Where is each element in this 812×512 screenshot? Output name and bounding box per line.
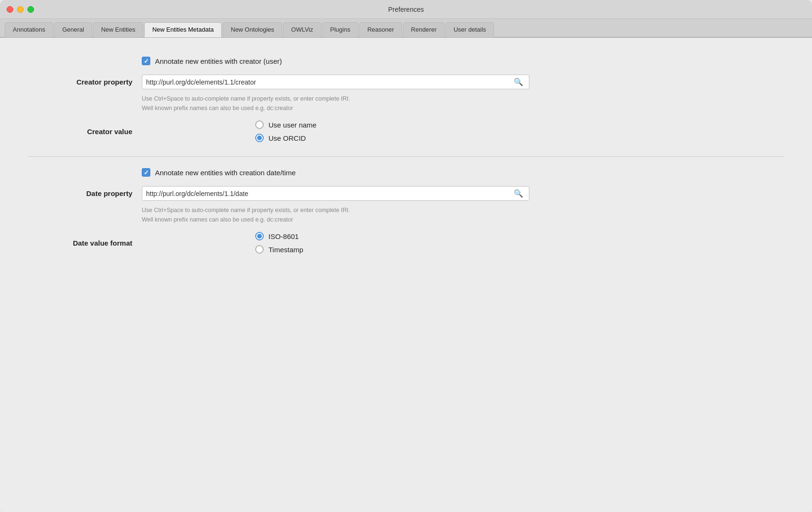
date-property-label: Date property bbox=[28, 189, 142, 197]
creator-property-row: Creator property 🔍 bbox=[28, 75, 784, 89]
tab-user-details[interactable]: User details bbox=[446, 22, 494, 37]
title-bar: Preferences bbox=[0, 0, 812, 19]
tab-new-entities[interactable]: New Entities bbox=[93, 22, 143, 37]
timestamp-row: Timestamp bbox=[255, 245, 303, 254]
iso-8601-radio[interactable] bbox=[255, 232, 264, 240]
date-search-icon[interactable]: 🔍 bbox=[512, 189, 525, 198]
use-orcid-label: Use ORCID bbox=[268, 134, 306, 142]
content-area: ✓ Annotate new entities with creator (us… bbox=[0, 38, 812, 512]
creator-property-input-wrapper: 🔍 bbox=[142, 75, 529, 89]
date-property-input-wrapper: 🔍 bbox=[142, 186, 529, 201]
preferences-window: Preferences Annotations General New Enti… bbox=[0, 0, 812, 512]
timestamp-radio[interactable] bbox=[255, 245, 264, 254]
section-divider bbox=[28, 156, 784, 157]
use-user-name-label: Use user name bbox=[268, 121, 317, 129]
annotate-creator-checkbox[interactable]: ✓ bbox=[142, 57, 150, 65]
iso-8601-label: ISO-8601 bbox=[268, 232, 299, 240]
use-orcid-row: Use ORCID bbox=[255, 134, 317, 142]
creator-hint-line1: Use Ctrl+Space to auto-complete name if … bbox=[142, 95, 350, 102]
date-radio-group: ISO-8601 Timestamp bbox=[255, 232, 303, 254]
date-section: ✓ Annotate new entities with creation da… bbox=[28, 168, 784, 254]
annotate-creator-label: Annotate new entities with creator (user… bbox=[155, 57, 282, 65]
annotate-date-checkbox[interactable]: ✓ bbox=[142, 168, 150, 177]
annotate-date-label: Annotate new entities with creation date… bbox=[155, 169, 296, 177]
use-orcid-radio[interactable] bbox=[255, 134, 264, 142]
creator-value-row: Creator value Use user name Use ORCID bbox=[28, 120, 784, 142]
close-button[interactable] bbox=[7, 6, 13, 13]
creator-checkbox-row: ✓ Annotate new entities with creator (us… bbox=[142, 57, 784, 65]
creator-section: ✓ Annotate new entities with creator (us… bbox=[28, 57, 784, 142]
date-value-format-row: Date value format ISO-8601 Timestamp bbox=[28, 232, 784, 254]
tab-renderer[interactable]: Renderer bbox=[403, 22, 445, 37]
creator-search-icon[interactable]: 🔍 bbox=[512, 77, 525, 86]
iso-8601-row: ISO-8601 bbox=[255, 232, 303, 240]
tab-general[interactable]: General bbox=[54, 22, 92, 37]
tabs-bar: Annotations General New Entities New Ent… bbox=[0, 19, 812, 38]
date-hint-line2: Well known prefix names can also be used… bbox=[142, 216, 293, 223]
minimize-button[interactable] bbox=[17, 6, 24, 13]
use-user-name-radio[interactable] bbox=[255, 120, 264, 129]
tab-plugins[interactable]: Plugins bbox=[322, 22, 359, 37]
traffic-lights bbox=[7, 6, 34, 13]
creator-property-input[interactable] bbox=[146, 78, 512, 86]
creator-property-label: Creator property bbox=[28, 78, 142, 86]
use-user-name-row: Use user name bbox=[255, 120, 317, 129]
date-property-input[interactable] bbox=[146, 190, 512, 197]
creator-hint-line2: Well known prefix names can also be used… bbox=[142, 105, 293, 111]
date-hint: Use Ctrl+Space to auto-complete name if … bbox=[142, 205, 784, 224]
date-value-format-label: Date value format bbox=[28, 239, 142, 247]
tab-new-ontologies[interactable]: New Ontologies bbox=[223, 22, 282, 37]
creator-radio-group: Use user name Use ORCID bbox=[255, 120, 317, 142]
checkmark-icon: ✓ bbox=[144, 58, 149, 64]
tab-owlviz[interactable]: OWLViz bbox=[283, 22, 321, 37]
creator-hint: Use Ctrl+Space to auto-complete name if … bbox=[142, 94, 784, 113]
window-title: Preferences bbox=[388, 6, 423, 13]
maximize-button[interactable] bbox=[27, 6, 34, 13]
date-property-row: Date property 🔍 bbox=[28, 186, 784, 201]
creator-value-label: Creator value bbox=[28, 128, 142, 136]
date-checkbox-row: ✓ Annotate new entities with creation da… bbox=[142, 168, 784, 177]
tab-annotations[interactable]: Annotations bbox=[5, 22, 53, 37]
tab-reasoner[interactable]: Reasoner bbox=[359, 22, 402, 37]
tab-new-entities-metadata[interactable]: New Entities Metadata bbox=[144, 22, 222, 37]
date-hint-line1: Use Ctrl+Space to auto-complete name if … bbox=[142, 207, 350, 213]
date-checkmark-icon: ✓ bbox=[144, 170, 149, 176]
timestamp-label: Timestamp bbox=[268, 246, 303, 254]
